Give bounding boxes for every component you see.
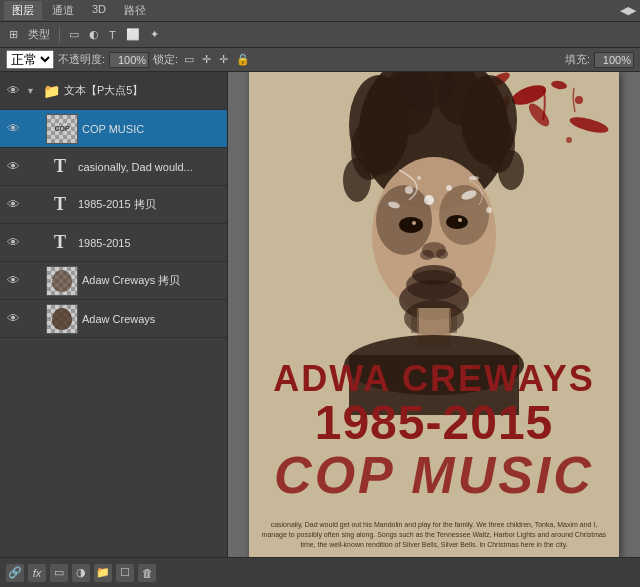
expand-arrow-group[interactable]: ▼ bbox=[26, 86, 38, 96]
visibility-toggle-group[interactable]: 👁 bbox=[4, 82, 22, 100]
svg-point-14 bbox=[351, 120, 387, 180]
filter-adj-icon[interactable]: ◐ bbox=[86, 28, 102, 41]
svg-point-18 bbox=[372, 157, 496, 313]
svg-point-9 bbox=[349, 75, 409, 175]
svg-point-15 bbox=[483, 117, 515, 173]
visibility-toggle-adaw[interactable]: 👁 bbox=[4, 310, 22, 328]
svg-point-31 bbox=[404, 300, 464, 336]
fx-icon[interactable]: fx bbox=[28, 564, 46, 582]
layer-adaw-copy-label: Adaw Creways 拷贝 bbox=[82, 273, 223, 288]
filter-smart-icon[interactable]: ✦ bbox=[147, 28, 162, 41]
tab-layers[interactable]: 图层 bbox=[4, 1, 42, 20]
blend-mode-dropdown[interactable]: 正常 bbox=[6, 50, 54, 69]
svg-point-29 bbox=[406, 270, 462, 300]
filter-pixel-icon[interactable]: ▭ bbox=[66, 28, 82, 41]
layer-1985-2015-copy[interactable]: 👁 T 1985-2015 拷贝 bbox=[0, 186, 227, 224]
text-type-icon-1985: T bbox=[46, 229, 74, 257]
svg-point-26 bbox=[420, 250, 434, 260]
layer-adaw[interactable]: 👁 Adaw Creways bbox=[0, 300, 227, 338]
svg-point-6 bbox=[566, 137, 572, 143]
svg-point-39 bbox=[460, 188, 478, 201]
svg-point-44 bbox=[417, 176, 421, 180]
poster: ADWA CREWAYS 1985-2015 COP MUSIC casiona… bbox=[249, 72, 619, 557]
toolbar3: 正常 不透明度: 锁定: ▭ ✛ ✛ 🔒 填充: bbox=[0, 48, 640, 72]
svg-point-22 bbox=[446, 215, 468, 229]
text-type-icon-casionally: T bbox=[46, 153, 74, 181]
thumbnail-cop-music: COP bbox=[46, 114, 78, 144]
fill-input[interactable] bbox=[594, 52, 634, 68]
tab-3d[interactable]: 3D bbox=[84, 1, 114, 20]
lock-transparent-icon[interactable]: ▭ bbox=[182, 53, 196, 66]
svg-point-1 bbox=[550, 79, 567, 90]
svg-point-38 bbox=[446, 185, 452, 191]
svg-point-19 bbox=[376, 185, 432, 255]
layer-adaw-copy[interactable]: 👁 Adaw Creways 拷贝 bbox=[0, 262, 227, 300]
layer-1985-2015-copy-label: 1985-2015 拷贝 bbox=[78, 197, 223, 212]
visibility-toggle-1985-copy[interactable]: 👁 bbox=[4, 196, 22, 214]
poster-description: casionally, Dad would get out his Mandol… bbox=[259, 520, 609, 549]
lock-all-icon[interactable]: 🔒 bbox=[234, 53, 252, 66]
lock-image-icon[interactable]: ✛ bbox=[200, 53, 213, 66]
opacity-input[interactable] bbox=[109, 52, 149, 68]
new-layer-icon[interactable]: ☐ bbox=[116, 564, 134, 582]
main-area: 👁 ▼ 📁 文本【P大点5】 👁 COP COP MUSIC 👁 T casio… bbox=[0, 72, 640, 557]
layer-group-label: 文本【P大点5】 bbox=[64, 83, 223, 98]
svg-point-12 bbox=[437, 72, 481, 125]
fill-label: 填充: bbox=[565, 52, 590, 67]
svg-point-3 bbox=[575, 96, 583, 104]
link-icon[interactable]: 🔗 bbox=[6, 564, 24, 582]
tab-paths[interactable]: 路径 bbox=[116, 1, 154, 20]
poster-name: ADWA CREWAYS bbox=[249, 358, 619, 400]
type-label: 类型 bbox=[25, 27, 53, 42]
lock-position-icon[interactable]: ✛ bbox=[217, 53, 230, 66]
top-bar-tabs: 图层 通道 3D 路径 bbox=[4, 1, 154, 20]
filter-text-icon[interactable]: T bbox=[106, 29, 119, 41]
svg-point-7 bbox=[496, 94, 512, 116]
layer-cop-music[interactable]: 👁 COP COP MUSIC bbox=[0, 110, 227, 148]
poster-cop-music: COP MUSIC bbox=[249, 445, 619, 505]
svg-point-27 bbox=[436, 249, 448, 259]
folder-new-icon[interactable]: 📁 bbox=[94, 564, 112, 582]
mask-icon[interactable]: ▭ bbox=[50, 564, 68, 582]
svg-point-25 bbox=[422, 242, 446, 258]
layer-cop-music-label: COP MUSIC bbox=[82, 123, 223, 135]
svg-point-21 bbox=[399, 217, 423, 233]
visibility-toggle-casionally[interactable]: 👁 bbox=[4, 158, 22, 176]
svg-point-5 bbox=[525, 100, 552, 129]
visibility-toggle-adaw-copy[interactable]: 👁 bbox=[4, 272, 22, 290]
svg-point-0 bbox=[509, 81, 548, 108]
delete-icon[interactable]: 🗑 bbox=[138, 564, 156, 582]
svg-rect-34 bbox=[449, 308, 457, 333]
folder-icon-group: 📁 bbox=[42, 82, 60, 100]
svg-point-30 bbox=[399, 280, 469, 320]
svg-point-24 bbox=[458, 218, 462, 222]
bottom-icons: 🔗 fx ▭ ◑ 📁 ☐ 🗑 bbox=[6, 564, 156, 582]
layer-1985-2015[interactable]: 👁 T 1985-2015 bbox=[0, 224, 227, 262]
svg-point-28 bbox=[412, 265, 456, 285]
filter-shape-icon[interactable]: ⬜ bbox=[123, 28, 143, 41]
canvas-area: ADWA CREWAYS 1985-2015 COP MUSIC casiona… bbox=[228, 72, 640, 557]
svg-point-43 bbox=[469, 176, 479, 180]
tab-arrows[interactable]: ◀▶ bbox=[620, 4, 636, 17]
svg-point-4 bbox=[568, 114, 610, 136]
svg-rect-33 bbox=[411, 308, 419, 333]
visibility-toggle-cop-music[interactable]: 👁 bbox=[4, 120, 22, 138]
adj-icon[interactable]: ◑ bbox=[72, 564, 90, 582]
svg-point-20 bbox=[439, 185, 489, 245]
svg-point-41 bbox=[486, 207, 492, 213]
layer-casionally[interactable]: 👁 T casionally, Dad would... bbox=[0, 148, 227, 186]
separator1 bbox=[59, 27, 60, 43]
layers-panel: 👁 ▼ 📁 文本【P大点5】 👁 COP COP MUSIC 👁 T casio… bbox=[0, 72, 228, 557]
svg-point-17 bbox=[498, 150, 524, 190]
bottom-panel: 🔗 fx ▭ ◑ 📁 ☐ 🗑 bbox=[0, 557, 640, 587]
opacity-label: 不透明度: bbox=[58, 52, 105, 67]
layer-group[interactable]: 👁 ▼ 📁 文本【P大点5】 bbox=[0, 72, 227, 110]
type-filter-icon[interactable]: ⊞ bbox=[6, 28, 21, 41]
svg-point-16 bbox=[343, 158, 371, 202]
svg-point-37 bbox=[424, 195, 434, 205]
layer-1985-2015-label: 1985-2015 bbox=[78, 237, 223, 249]
visibility-toggle-1985[interactable]: 👁 bbox=[4, 234, 22, 252]
svg-point-2 bbox=[486, 72, 512, 90]
tab-channels[interactable]: 通道 bbox=[44, 1, 82, 20]
thumbnail-adaw-copy bbox=[46, 266, 78, 296]
